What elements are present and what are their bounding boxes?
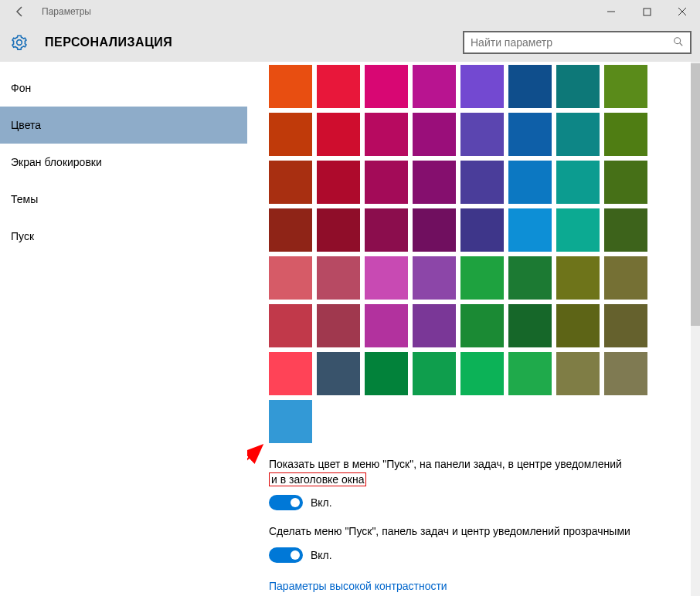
close-button[interactable] — [664, 0, 700, 23]
color-swatch[interactable] — [556, 304, 600, 347]
color-swatch[interactable] — [508, 208, 552, 252]
color-swatch[interactable] — [317, 161, 360, 204]
sidebar-item-label: Пуск — [11, 230, 34, 242]
color-swatch[interactable] — [365, 161, 408, 204]
color-swatch[interactable] — [460, 161, 504, 204]
color-swatch[interactable] — [604, 256, 647, 300]
setting-text: Показать цвет в меню "Пуск", на панели з… — [269, 458, 622, 470]
body: Фон Цвета Экран блокировки Темы Пуск Пок… — [0, 62, 700, 596]
sidebar-item-start[interactable]: Пуск — [0, 218, 247, 255]
color-swatch[interactable] — [317, 256, 360, 300]
search-input[interactable] — [471, 36, 673, 49]
color-swatch[interactable] — [460, 256, 504, 300]
setting-text: Сделать меню "Пуск", панель задач и цент… — [269, 525, 630, 537]
color-swatch-current[interactable] — [269, 400, 312, 443]
color-swatch[interactable] — [604, 65, 647, 108]
color-grid — [269, 65, 700, 395]
settings-gear-icon — [11, 34, 28, 51]
sidebar-item-lockscreen[interactable]: Экран блокировки — [0, 144, 247, 181]
color-swatch[interactable] — [269, 113, 312, 156]
color-swatch[interactable] — [269, 352, 312, 395]
setting-label: Сделать меню "Пуск", панель задач и цент… — [269, 524, 663, 540]
color-swatch[interactable] — [269, 256, 312, 300]
color-swatch[interactable] — [413, 304, 456, 347]
color-swatch[interactable] — [508, 256, 552, 300]
color-swatch[interactable] — [508, 113, 552, 156]
maximize-icon — [643, 8, 651, 16]
color-swatch[interactable] — [317, 113, 360, 156]
color-swatch[interactable] — [365, 304, 408, 347]
toggle-show-color[interactable] — [269, 495, 303, 510]
color-swatch[interactable] — [508, 161, 552, 204]
minimize-icon — [607, 7, 616, 16]
color-swatch[interactable] — [556, 208, 600, 252]
search-box[interactable] — [463, 31, 692, 54]
sidebar-item-label: Экран блокировки — [11, 156, 102, 168]
svg-rect-1 — [644, 8, 651, 15]
color-swatch[interactable] — [269, 161, 312, 204]
minimize-button[interactable] — [593, 0, 629, 23]
color-swatch[interactable] — [556, 113, 600, 156]
color-swatch[interactable] — [460, 352, 504, 395]
color-swatch[interactable] — [604, 208, 647, 252]
color-swatch[interactable] — [413, 352, 456, 395]
color-swatch[interactable] — [413, 256, 456, 300]
color-swatch[interactable] — [604, 352, 647, 395]
toggle-knob — [291, 550, 300, 560]
color-swatch[interactable] — [365, 352, 408, 395]
sidebar-item-label: Цвета — [11, 119, 41, 131]
sidebar-item-background[interactable]: Фон — [0, 69, 247, 107]
color-swatch[interactable] — [556, 352, 600, 395]
color-swatch[interactable] — [317, 304, 360, 347]
main-content: Показать цвет в меню "Пуск", на панели з… — [247, 62, 700, 596]
color-swatch[interactable] — [413, 65, 456, 108]
color-swatch[interactable] — [365, 208, 408, 252]
setting-transparency: Сделать меню "Пуск", панель задач и цент… — [269, 524, 663, 563]
color-swatch[interactable] — [556, 161, 600, 204]
color-swatch[interactable] — [317, 65, 360, 108]
color-swatch[interactable] — [556, 256, 600, 300]
color-swatch[interactable] — [365, 256, 408, 300]
scrollbar-track[interactable] — [691, 62, 700, 596]
color-swatch[interactable] — [460, 113, 504, 156]
color-swatch[interactable] — [269, 65, 312, 108]
color-swatch[interactable] — [508, 65, 552, 108]
scrollbar-thumb[interactable] — [691, 63, 700, 326]
color-swatch[interactable] — [365, 65, 408, 108]
color-swatch[interactable] — [317, 208, 360, 252]
color-swatch[interactable] — [460, 208, 504, 252]
color-swatch[interactable] — [413, 113, 456, 156]
setting-show-color: Показать цвет в меню "Пуск", на панели з… — [269, 457, 663, 510]
back-arrow-icon — [14, 5, 26, 18]
window-title: Параметры — [42, 6, 91, 17]
high-contrast-link[interactable]: Параметры высокой контрастности — [269, 580, 447, 592]
color-swatch[interactable] — [365, 113, 408, 156]
back-button[interactable] — [5, 0, 36, 23]
highlighted-text: и в заголовке окна — [269, 472, 366, 487]
sidebar: Фон Цвета Экран блокировки Темы Пуск — [0, 62, 247, 596]
color-swatch[interactable] — [508, 304, 552, 347]
sidebar-item-label: Фон — [11, 82, 31, 94]
color-swatch[interactable] — [413, 161, 456, 204]
toggle-knob — [291, 498, 300, 507]
sidebar-item-label: Темы — [11, 193, 38, 205]
sidebar-item-colors[interactable]: Цвета — [0, 107, 247, 144]
color-swatch[interactable] — [508, 352, 552, 395]
color-swatch[interactable] — [604, 113, 647, 156]
color-swatch[interactable] — [317, 352, 360, 395]
close-icon — [678, 7, 687, 16]
sidebar-item-themes[interactable]: Темы — [0, 181, 247, 218]
color-swatch[interactable] — [460, 65, 504, 108]
color-swatch[interactable] — [604, 161, 647, 204]
setting-label: Показать цвет в меню "Пуск", на панели з… — [269, 457, 663, 487]
color-swatch[interactable] — [460, 304, 504, 347]
maximize-button[interactable] — [629, 0, 664, 23]
toggle-row: Вкл. — [269, 495, 663, 510]
color-swatch[interactable] — [413, 208, 456, 252]
toggle-transparency[interactable] — [269, 547, 303, 563]
window-controls — [593, 0, 700, 23]
color-swatch[interactable] — [556, 65, 600, 108]
color-swatch[interactable] — [604, 304, 647, 347]
color-swatch[interactable] — [269, 208, 312, 252]
color-swatch[interactable] — [269, 304, 312, 347]
